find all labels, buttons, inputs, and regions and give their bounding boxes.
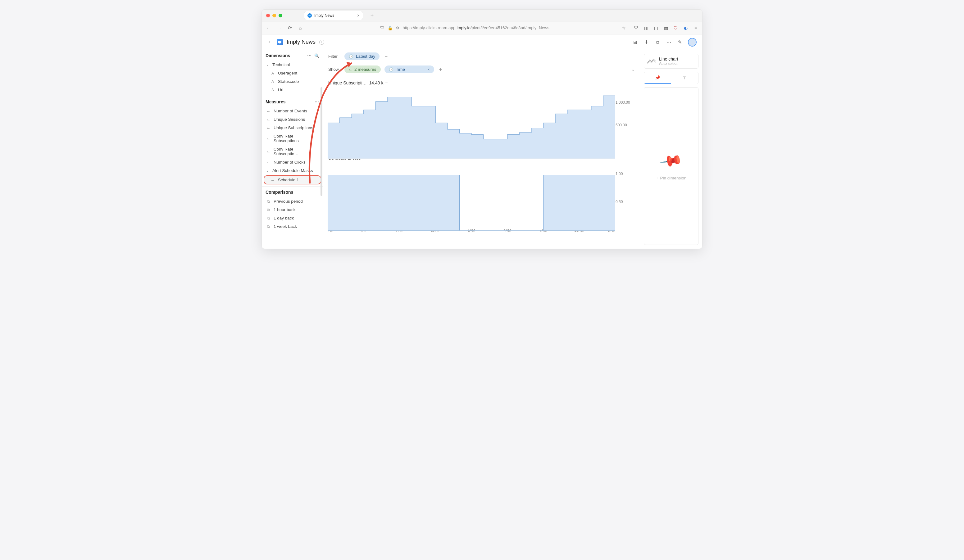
chevron-down-icon: ⌄ <box>266 63 269 67</box>
nav-forward-icon[interactable]: → <box>276 25 282 31</box>
dimensions-header: Dimensions ⋯ 🔍 <box>262 50 323 60</box>
comparison-icon: ⧉ <box>266 224 270 229</box>
page-title: Imply News <box>287 39 316 45</box>
measure-label: Schedule 1 <box>278 178 299 182</box>
show-bar: Show ⌙ 2 measures 🕓 Time × + ⌄ <box>323 63 640 76</box>
add-split-button[interactable]: + <box>438 67 443 73</box>
info-icon[interactable]: i <box>319 40 324 45</box>
library-icon[interactable]: ▥ <box>643 25 649 31</box>
tab-title: Imply News <box>314 13 334 18</box>
settings-icon[interactable]: ⚙ <box>396 26 399 30</box>
filter-label: Filter <box>328 54 341 58</box>
dimensions-more-icon[interactable]: ⋯ <box>307 53 312 58</box>
alert-group-label: Alert Schedule Masks <box>272 168 313 173</box>
window-controls <box>266 14 282 17</box>
measure-item[interactable]: ⌙Unique Sessions <box>262 115 323 123</box>
expand-show-icon[interactable]: ⌄ <box>632 67 635 72</box>
measure-icon: ⌙ <box>270 178 275 182</box>
comparison-label: 1 day back <box>274 216 294 221</box>
nav-back-icon[interactable]: ← <box>265 25 272 31</box>
browser-tab[interactable]: ➜ Imply News × <box>304 11 363 20</box>
maximize-window-icon[interactable] <box>278 14 282 17</box>
measure-item[interactable]: ⌙Number of Clicks <box>262 158 323 166</box>
dimensions-search-icon[interactable]: 🔍 <box>314 54 319 58</box>
visualization-selector[interactable]: Line chart Auto select <box>644 54 699 68</box>
comparison-item[interactable]: ⧉Previous period <box>262 197 323 206</box>
show-pill-label: 2 measures <box>354 67 376 72</box>
tab-compare[interactable]: 〒 <box>671 72 698 84</box>
sidebar: Dimensions ⋯ 🔍 ⌄ Technical AUseragent AS… <box>262 50 323 248</box>
filter-pill-time[interactable]: 🕓 Latest day <box>344 52 379 60</box>
app-header: ← Imply News i ⊞ ⬇ ⧉ ⋯ ✎ <box>262 34 702 50</box>
extension2-icon[interactable]: ◐ <box>683 25 689 31</box>
split-pill-label: Time <box>396 67 405 72</box>
url-bar[interactable]: 🛡 🔒 ⚙ https://imply-clickstream.app.impl… <box>308 23 629 32</box>
comparison-item[interactable]: ⧉1 week back <box>262 222 323 230</box>
measure-label: Unique Subscriptions <box>274 125 313 130</box>
split-pill-time[interactable]: 🕓 Time × <box>384 65 434 73</box>
chart2-plot[interactable] <box>328 162 615 224</box>
right-panel: Line chart Auto select 📌 〒 📌 + Pin dimen… <box>640 50 702 248</box>
app-menu-icon[interactable]: ≡ <box>693 25 699 31</box>
measure-item[interactable]: ⌙Conv Rate Subscriptio… <box>262 145 323 158</box>
dim-url[interactable]: AUrl <box>262 86 323 94</box>
add-panel-icon[interactable]: ⊞ <box>632 39 638 45</box>
large-pin-icon: 📌 <box>658 148 684 173</box>
measures-header-label: Measures <box>265 99 286 104</box>
measures-more-icon[interactable]: ⋯ <box>314 99 319 104</box>
vis-subtitle: Auto select <box>659 62 678 66</box>
comparison-item[interactable]: ⧉1 hour back <box>262 206 323 214</box>
comparison-label: Previous period <box>274 199 303 204</box>
dim-label: Useragent <box>278 71 297 75</box>
edit-icon[interactable]: ✎ <box>677 39 683 45</box>
chart-schedule-1: Schedule 1: 0.00 ~ 1.00 0.50 <box>328 154 635 224</box>
extension-icon[interactable]: ▦ <box>663 25 669 31</box>
app-body: Dimensions ⋯ 🔍 ⌄ Technical AUseragent AS… <box>262 50 702 248</box>
bookmark-star-icon[interactable]: ☆ <box>622 26 626 31</box>
download-icon[interactable]: ⬇ <box>643 39 650 45</box>
user-avatar[interactable] <box>688 38 697 47</box>
measure-icon: ⌙ <box>266 109 270 113</box>
app-back-icon[interactable]: ← <box>267 39 273 45</box>
group-technical[interactable]: ⌄ Technical <box>262 60 323 69</box>
comparison-icon: ⧉ <box>266 199 270 204</box>
lock-icon[interactable]: 🔒 <box>388 26 393 31</box>
show-label: Show <box>328 67 341 72</box>
add-filter-button[interactable]: + <box>383 54 389 60</box>
dim-useragent[interactable]: AUseragent <box>262 69 323 77</box>
tab-pin[interactable]: 📌 <box>644 72 671 84</box>
minimize-window-icon[interactable] <box>272 14 276 17</box>
comparisons-header: Comparisons <box>262 186 323 197</box>
alerts-icon[interactable]: ⧉ <box>655 39 661 45</box>
more-icon[interactable]: ⋯ <box>666 39 672 45</box>
measure-item[interactable]: ⌙Unique Subscriptions <box>262 123 323 132</box>
pocket-icon[interactable]: ⛉ <box>633 25 639 31</box>
line-chart-icon <box>647 58 656 64</box>
clock-icon: 🕓 <box>389 67 394 72</box>
show-pill-measures[interactable]: ⌙ 2 measures <box>344 65 381 73</box>
comparison-icon: ⧉ <box>266 208 270 212</box>
ublock-icon[interactable]: 🛡 <box>673 25 679 31</box>
sidebar-scrollbar[interactable] <box>321 87 322 196</box>
measure-label: Conv Rate Subscriptio… <box>274 147 319 156</box>
comparison-item[interactable]: ⧉1 day back <box>262 214 323 222</box>
dim-statuscode[interactable]: AStatuscode <box>262 77 323 86</box>
compare-icon: 〒 <box>682 75 687 80</box>
home-icon[interactable]: ⌂ <box>297 25 303 31</box>
chart1-y-axis: 1,000.00 500.00 <box>616 87 634 153</box>
shield-icon[interactable]: 🛡 <box>380 26 384 30</box>
new-tab-button[interactable]: + <box>369 12 376 19</box>
close-window-icon[interactable] <box>266 14 270 17</box>
toolbar-actions: ⊞ ⬇ ⧉ ⋯ ✎ <box>632 38 697 47</box>
measure-item[interactable]: ⌙Conv Rate Subscriptions <box>262 132 323 145</box>
chart1-plot[interactable] <box>328 87 615 153</box>
comparison-label: 1 hour back <box>274 207 296 212</box>
measure-schedule-1[interactable]: ⌙ Schedule 1 <box>264 175 321 184</box>
tab-close-icon[interactable]: × <box>357 13 360 18</box>
group-alert-masks[interactable]: ⌄ Alert Schedule Masks <box>262 166 323 175</box>
sidebar-icon[interactable]: ◫ <box>653 25 659 31</box>
reload-icon[interactable]: ⟳ <box>287 25 293 31</box>
pin-drop-area[interactable]: 📌 + Pin dimension <box>644 87 699 245</box>
measure-item[interactable]: ⌙Number of Events <box>262 107 323 115</box>
remove-split-icon[interactable]: × <box>427 67 430 72</box>
